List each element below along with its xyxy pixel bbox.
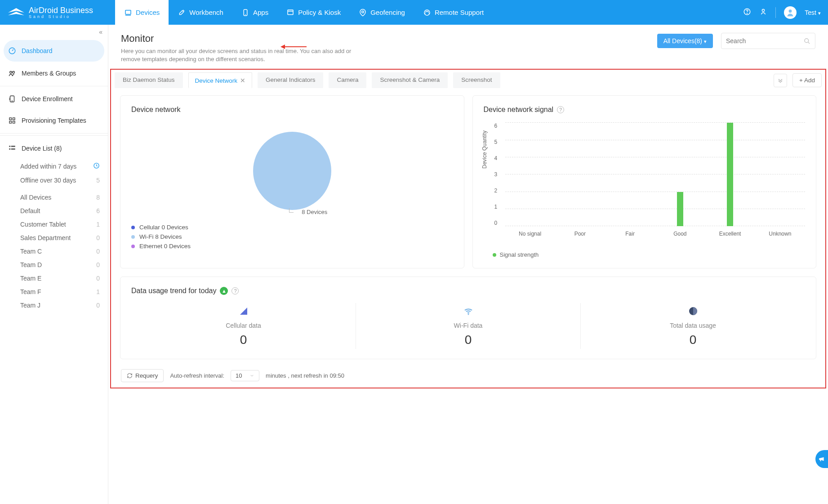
nav-geofencing[interactable]: Geofencing: [350, 0, 414, 25]
search-input[interactable]: [726, 37, 798, 45]
tab-device-network[interactable]: Device Network✕: [188, 72, 253, 88]
sidebar-group-item[interactable]: Team J0: [0, 299, 108, 312]
x-tick: Unknown: [755, 231, 805, 237]
main-content: Monitor Here you can monitor all your de…: [108, 25, 828, 504]
tab-screenshot[interactable]: Screenshot: [453, 72, 500, 88]
highlighted-region: Biz Daemon StatusDevice Network✕General …: [110, 69, 826, 388]
svg-marker-34: [240, 308, 247, 315]
svg-point-7: [424, 10, 430, 15]
sidebar-group-item[interactable]: Team D0: [0, 258, 108, 272]
x-tick: Good: [655, 231, 705, 237]
help-icon[interactable]: ?: [557, 106, 564, 113]
logo-icon: [7, 6, 25, 19]
device-list-header[interactable]: Device List (8): [0, 138, 108, 159]
pie-chart: 8 Devices: [131, 132, 453, 210]
svg-rect-23: [9, 121, 12, 124]
top-nav: DevicesWorkbenchAppsPolicy & KioskGeofen…: [115, 0, 743, 25]
tab-biz-daemon-status[interactable]: Biz Daemon Status: [115, 72, 183, 88]
help-icon[interactable]: [743, 8, 751, 17]
device-network-card: Device network 8 Devices Cellular 0 Devi…: [120, 95, 464, 268]
tabs-expand[interactable]: [774, 74, 787, 87]
sidebar-group-item[interactable]: Customer Tablet1: [0, 218, 108, 231]
svg-point-16: [13, 71, 15, 74]
tab-general-indicators[interactable]: General Indicators: [258, 72, 323, 88]
tabs-row: Biz Daemon StatusDevice Network✕General …: [115, 71, 822, 93]
nav-remote-support[interactable]: Remote Support: [414, 0, 493, 25]
svg-point-12: [762, 9, 765, 11]
svg-rect-25: [9, 146, 10, 147]
user-menu[interactable]: Test: [805, 9, 821, 16]
svg-rect-4: [288, 10, 293, 15]
usage-value: 0: [136, 333, 351, 347]
svg-rect-22: [13, 118, 15, 120]
top-right: Test: [743, 6, 821, 19]
svg-point-32: [805, 38, 809, 42]
sidebar-group-item[interactable]: Default6: [0, 204, 108, 218]
sidebar-recent-item[interactable]: Added within 7 days: [0, 159, 108, 174]
autorefresh-tail: minutes , next refresh in 09:50: [266, 372, 344, 379]
tab-camera[interactable]: Camera: [329, 72, 366, 88]
svg-rect-21: [9, 118, 12, 120]
usage-col: Wi-Fi data0: [356, 303, 581, 349]
sidebar-group-item[interactable]: Team C0: [0, 245, 108, 258]
sidebar-item-provisioning-templates[interactable]: Provisioning Templates: [0, 110, 108, 131]
nav-devices[interactable]: Devices: [115, 0, 169, 25]
search-box[interactable]: [721, 33, 815, 49]
sidebar-group-item[interactable]: Team F1: [0, 285, 108, 299]
requery-button[interactable]: Requery: [121, 369, 164, 382]
close-icon[interactable]: ✕: [240, 77, 245, 84]
footer-bar: Requery Auto-refresh interval: 10 minute…: [115, 365, 822, 384]
usage-icon: [361, 305, 576, 317]
sidebar-group-item[interactable]: All Devices8: [0, 191, 108, 204]
card-title: Data usage trend for today: [131, 287, 216, 295]
sidebar-item-device-enrollment[interactable]: Device Enrollment: [0, 88, 108, 110]
nav-policy-kiosk[interactable]: Policy & Kiosk: [277, 0, 350, 25]
svg-point-11: [747, 13, 748, 13]
usage-icon: [136, 305, 351, 317]
sidebar-group-item[interactable]: Team E0: [0, 272, 108, 285]
sidebar-item-members-groups[interactable]: Members & Groups: [0, 62, 108, 84]
svg-rect-28: [11, 148, 15, 150]
autorefresh-label: Auto-refresh interval:: [170, 372, 224, 379]
card-title: Device network: [131, 106, 453, 114]
usage-label: Cellular data: [136, 322, 351, 329]
sidebar-collapse[interactable]: «: [0, 25, 108, 39]
x-tick: Fair: [605, 231, 655, 237]
svg-point-15: [10, 71, 12, 74]
x-tick: Poor: [555, 231, 605, 237]
tab-screenshot-camera[interactable]: Screenshot & Camera: [372, 72, 448, 88]
interval-select[interactable]: 10: [231, 370, 259, 381]
notification-icon[interactable]: [759, 8, 767, 17]
x-tick: No signal: [505, 231, 555, 237]
device-selector[interactable]: All Devices(8): [657, 34, 713, 48]
sidebar-group-item[interactable]: Sales Department0: [0, 231, 108, 245]
svg-point-35: [467, 314, 469, 315]
y-axis-label: Device Quantity: [481, 131, 488, 169]
annotation-arrow: [280, 44, 307, 50]
brand[interactable]: AirDroid Business Sand Studio: [7, 6, 115, 19]
pie-center-label: 8 Devices: [302, 209, 327, 215]
help-icon[interactable]: ?: [231, 287, 239, 294]
usage-label: Wi-Fi data: [361, 322, 576, 329]
add-tab-button[interactable]: + Add: [792, 73, 822, 87]
bar-slot: [755, 123, 805, 226]
usage-col: Cellular data0: [131, 303, 356, 349]
legend-item: Ethernet 0 Devices: [131, 241, 453, 251]
data-usage-card: Data usage trend for today ▲ ? Cellular …: [120, 277, 816, 359]
svg-marker-31: [280, 45, 285, 49]
usage-value: 0: [585, 333, 801, 347]
nav-workbench[interactable]: Workbench: [169, 0, 232, 25]
brand-name: AirDroid Business: [29, 6, 93, 15]
sidebar-recent-item[interactable]: Offline over 30 days5: [0, 174, 108, 187]
sidebar-item-dashboard[interactable]: Dashboard: [4, 40, 104, 62]
usage-col: Total data usage0: [581, 303, 805, 349]
bar: [727, 123, 733, 226]
legend-item: Cellular 0 Devices: [131, 223, 453, 232]
bar-slot: [605, 123, 655, 226]
avatar[interactable]: [784, 6, 797, 19]
android-badge-icon: ▲: [220, 287, 228, 295]
top-bar: AirDroid Business Sand Studio DevicesWor…: [0, 0, 828, 25]
nav-apps[interactable]: Apps: [232, 0, 277, 25]
legend-label: Signal strength: [500, 251, 539, 258]
bar-slot: [655, 123, 705, 226]
